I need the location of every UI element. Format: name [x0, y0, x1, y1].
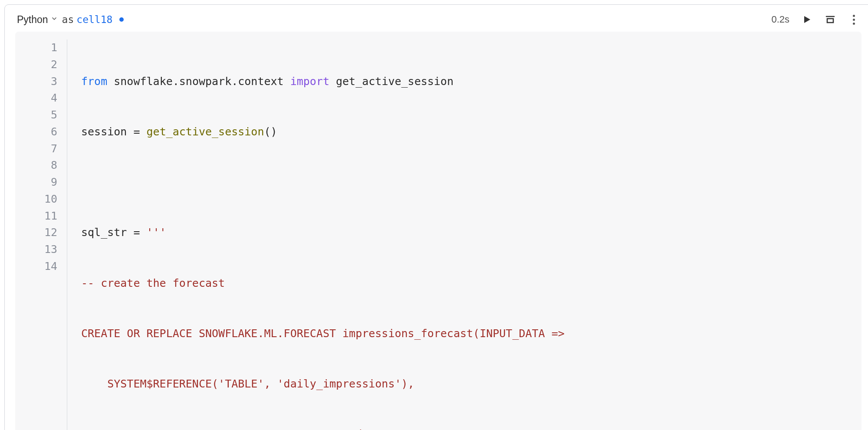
- cell-header-right: 0.2s: [771, 13, 860, 26]
- cell-name[interactable]: cell18: [76, 14, 112, 25]
- line-number: 6: [15, 124, 57, 141]
- as-label: as: [62, 14, 74, 25]
- svg-rect-2: [827, 19, 833, 23]
- kebab-menu-icon[interactable]: [848, 13, 860, 26]
- line-number: 14: [15, 258, 57, 275]
- line-number: 3: [15, 73, 57, 90]
- line-number: 9: [15, 174, 57, 191]
- language-selector[interactable]: Python: [17, 14, 48, 26]
- cell-header: Python as cell18 0.2s: [15, 13, 861, 26]
- line-number: 4: [15, 90, 57, 107]
- kw-from: from: [81, 75, 107, 88]
- line-number: 12: [15, 224, 57, 241]
- chevron-down-icon[interactable]: [51, 15, 58, 24]
- line-gutter: 1 2 3 4 5 6 7 8 9 10 11 12 13 14: [15, 39, 67, 430]
- line-number: 13: [15, 241, 57, 258]
- line-number: 8: [15, 157, 57, 174]
- cell-layout-icon[interactable]: [824, 13, 836, 26]
- line-number: 10: [15, 191, 57, 208]
- code-editor[interactable]: 1 2 3 4 5 6 7 8 9 10 11 12 13 14 from sn…: [15, 32, 861, 430]
- cell-container: Python as cell18 0.2s 1 2 3 4: [4, 4, 868, 430]
- line-number: 1: [15, 39, 57, 56]
- cell-header-left: Python as cell18: [17, 14, 124, 26]
- kw-import: import: [290, 75, 329, 88]
- line-number: 2: [15, 56, 57, 73]
- execution-time: 0.2s: [771, 14, 789, 25]
- line-number: 7: [15, 141, 57, 158]
- run-button[interactable]: [801, 13, 813, 26]
- line-number: 11: [15, 208, 57, 225]
- code-body[interactable]: from snowflake.snowpark.context import g…: [67, 39, 565, 430]
- svg-marker-0: [804, 16, 810, 23]
- modified-indicator-icon: [119, 17, 124, 22]
- line-number: 5: [15, 107, 57, 124]
